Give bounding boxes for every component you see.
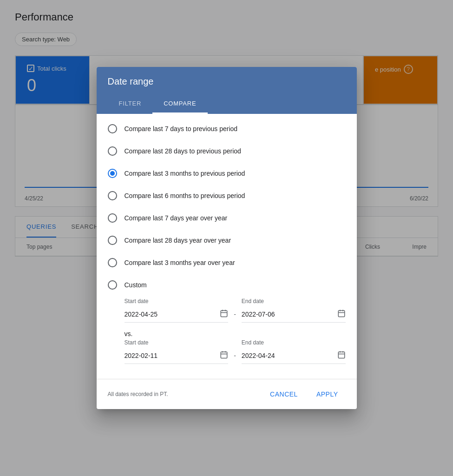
vs-start-date-calendar-icon[interactable]	[220, 350, 228, 361]
svg-rect-0	[221, 311, 227, 317]
tab-filter[interactable]: FILTER	[108, 94, 153, 114]
svg-rect-8	[221, 352, 227, 358]
radio-label-6: Compare last 28 days year over year	[125, 237, 231, 244]
custom-date-section: Start date 2022-04-25	[108, 296, 346, 364]
date-group-start: Start date 2022-04-25	[125, 298, 229, 323]
radio-label-7: Compare last 3 months year over year	[125, 259, 235, 266]
radio-circle-1	[108, 124, 117, 133]
modal-overlay: Date range FILTER COMPARE Compare last 7…	[0, 0, 453, 476]
footer-actions: CANCEL APPLY	[263, 387, 345, 402]
tab-compare[interactable]: COMPARE	[152, 94, 207, 114]
radio-circle-3	[108, 169, 117, 178]
radio-option-5[interactable]: Compare last 7 days year over year	[108, 207, 346, 229]
end-date-label: End date	[242, 298, 346, 304]
date-separator-secondary: -	[232, 352, 238, 359]
date-range-dialog: Date range FILTER COMPARE Compare last 7…	[97, 67, 357, 409]
radio-label-8: Custom	[125, 281, 147, 289]
radio-label-5: Compare last 7 days year over year	[125, 214, 228, 222]
vs-start-date-value: 2022-02-11	[125, 352, 217, 359]
end-date-value: 2022-07-06	[242, 311, 334, 318]
vs-end-date-input-wrapper[interactable]: 2022-04-24	[242, 348, 346, 364]
radio-option-2[interactable]: Compare last 28 days to previous period	[108, 140, 346, 162]
vs-start-date-label: Start date	[125, 339, 229, 346]
radio-label-1: Compare last 7 days to previous period	[125, 125, 238, 132]
radio-circle-5	[108, 213, 117, 223]
footer-note: All dates recorded in PT.	[108, 391, 168, 397]
apply-button[interactable]: APPLY	[309, 387, 346, 402]
cancel-button[interactable]: CANCEL	[263, 387, 305, 402]
radio-label-3: Compare last 3 months to previous period	[125, 170, 245, 177]
end-date-calendar-icon[interactable]	[337, 309, 346, 319]
start-date-value: 2022-04-25	[125, 311, 217, 318]
vs-date-group-end: End date 2022-04-24	[242, 339, 346, 364]
start-date-input-wrapper[interactable]: 2022-04-25	[125, 306, 229, 323]
dialog-header: Date range FILTER COMPARE	[97, 67, 357, 114]
dialog-footer: All dates recorded in PT. CANCEL APPLY	[97, 379, 357, 409]
radio-circle-2	[108, 146, 117, 156]
start-date-label: Start date	[125, 298, 229, 304]
vs-end-date-label: End date	[242, 339, 346, 346]
radio-option-8[interactable]: Custom	[108, 274, 346, 296]
radio-circle-6	[108, 236, 117, 245]
vs-end-date-calendar-icon[interactable]	[337, 350, 346, 361]
radio-option-4[interactable]: Compare last 6 months to previous period	[108, 185, 346, 207]
dialog-title: Date range	[108, 76, 346, 87]
radio-label-2: Compare last 28 days to previous period	[125, 147, 241, 155]
radio-circle-7	[108, 258, 117, 267]
date-separator-primary: -	[232, 311, 238, 318]
radio-option-7[interactable]: Compare last 3 months year over year	[108, 251, 346, 274]
radio-circle-4	[108, 191, 117, 200]
svg-rect-4	[338, 311, 345, 317]
date-row-secondary: Start date 2022-02-11	[125, 339, 346, 364]
vs-start-date-input-wrapper[interactable]: 2022-02-11	[125, 348, 229, 364]
radio-option-3[interactable]: Compare last 3 months to previous period	[108, 162, 346, 185]
radio-option-6[interactable]: Compare last 28 days year over year	[108, 229, 346, 251]
radio-option-1[interactable]: Compare last 7 days to previous period	[108, 118, 346, 140]
date-row-primary: Start date 2022-04-25	[125, 298, 346, 323]
dialog-tabs: FILTER COMPARE	[108, 94, 346, 114]
svg-rect-12	[338, 352, 345, 358]
vs-label: vs.	[125, 330, 346, 337]
vs-end-date-value: 2022-04-24	[242, 352, 334, 359]
end-date-input-wrapper[interactable]: 2022-07-06	[242, 306, 346, 323]
dialog-body: Compare last 7 days to previous period C…	[97, 114, 357, 379]
radio-circle-8	[108, 280, 117, 290]
radio-label-4: Compare last 6 months to previous period	[125, 192, 245, 199]
date-group-end: End date 2022-07-06	[242, 298, 346, 323]
start-date-calendar-icon[interactable]	[220, 309, 228, 319]
vs-date-group-start: Start date 2022-02-11	[125, 339, 229, 364]
